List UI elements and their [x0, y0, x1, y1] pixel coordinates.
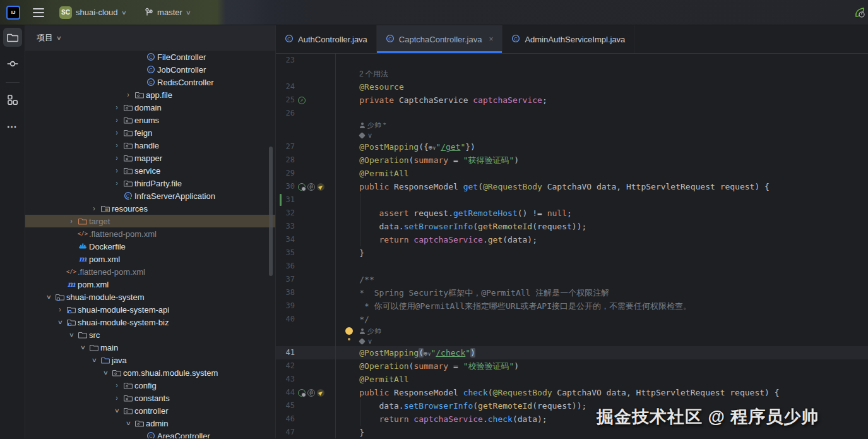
- code-line-text[interactable]: [335, 107, 868, 120]
- openapi-annotation-icon[interactable]: @: [307, 389, 315, 397]
- tree-item-app-file[interactable]: ›app.file: [25, 88, 275, 101]
- tree-item-service[interactable]: ›service: [25, 164, 275, 177]
- vcs-branch-widget[interactable]: master ∨: [141, 5, 194, 20]
- toolstrip-structure-icon[interactable]: [3, 90, 22, 109]
- code-line-44[interactable]: 44@public ResponseModel check(@RequestBo…: [276, 386, 868, 399]
- code-line-text[interactable]: assert request.getRemoteHost() != null;: [335, 207, 868, 220]
- tab-authcontroller-java[interactable]: CAuthController.java: [276, 25, 377, 53]
- code-line-30[interactable]: 30@public ResponseModel get(@RequestBody…: [276, 180, 868, 193]
- editor-gutter[interactable]: 32: [276, 207, 335, 220]
- code-line-40[interactable]: 40*/: [276, 313, 868, 326]
- code-editor[interactable]: 232 个用法24@Resource25↗private CaptchaServ…: [276, 54, 868, 438]
- spring-boot-run-icon[interactable]: [853, 6, 865, 19]
- chevron-right-icon[interactable]: ›: [54, 306, 66, 313]
- chevron-down-icon[interactable]: ∨: [111, 407, 122, 414]
- tree-item-dockerfile[interactable]: Dockerfile: [25, 240, 275, 253]
- code-line-24[interactable]: 24@Resource: [276, 80, 868, 93]
- chevron-right-icon[interactable]: ›: [111, 167, 122, 174]
- tree-item-mapper[interactable]: ›mapper: [25, 152, 275, 164]
- chevron-right-icon[interactable]: ›: [111, 142, 122, 148]
- chevron-right-icon[interactable]: ›: [111, 382, 122, 388]
- tree-item--flattened-pom-xml[interactable]: </>.flattened-pom.xml: [25, 227, 275, 240]
- code-line-31[interactable]: 31: [276, 193, 868, 207]
- chevron-right-icon[interactable]: ›: [111, 395, 122, 401]
- code-line-37[interactable]: 37/**: [276, 273, 868, 286]
- code-line-text[interactable]: [335, 193, 868, 207]
- actions-inlay-hint[interactable]: ∨: [340, 336, 372, 346]
- code-line-text[interactable]: @PermitAll: [335, 167, 868, 180]
- editor-gutter[interactable]: 27: [276, 140, 335, 153]
- editor-gutter[interactable]: 29: [276, 167, 335, 180]
- chevron-right-icon[interactable]: ›: [111, 117, 122, 123]
- actions-inlay-hint[interactable]: ∨: [340, 130, 372, 140]
- editor-gutter[interactable]: 36: [276, 260, 335, 273]
- code-line-text[interactable]: @PostMapping({⊕∨"/get"}): [335, 140, 868, 153]
- code-line-text[interactable]: @Operation(summary = "获得验证码"): [335, 153, 868, 167]
- code-line-29[interactable]: 29@PermitAll: [276, 167, 868, 180]
- code-line-text[interactable]: private CaptchaService captchaService;: [335, 93, 868, 107]
- code-line-39[interactable]: 39 * 你可以使用@PermitAll来指定哪些URL或者API接口是公开的，…: [276, 299, 868, 313]
- code-line-text[interactable]: @PermitAll: [335, 373, 868, 386]
- code-line-26[interactable]: 26: [276, 107, 868, 120]
- api-endpoint-icon[interactable]: [298, 183, 306, 191]
- tree-item-filecontroller[interactable]: CFileController: [25, 51, 275, 63]
- code-line-text[interactable]: public ResponseModel check(@RequestBody …: [335, 386, 868, 399]
- toolstrip-project-icon[interactable]: [3, 28, 22, 47]
- code-line-text[interactable]: @PostMapping(⊕∨"/check"): [335, 346, 868, 359]
- tree-item-constants[interactable]: ›constants: [25, 392, 275, 404]
- chevron-right-icon[interactable]: ›: [111, 129, 122, 136]
- chevron-down-icon[interactable]: ∨: [100, 370, 111, 376]
- code-line-41[interactable]: 41@PostMapping(⊕∨"/check"): [276, 346, 868, 359]
- project-widget[interactable]: SC shuai-cloud ∨: [56, 4, 129, 21]
- tree-item-shuai-module-system-biz[interactable]: ∨shuai-module-system-biz: [25, 316, 275, 328]
- code-line-text[interactable]: * 你可以使用@PermitAll来指定哪些URL或者API接口是公开的，不需要…: [335, 299, 868, 313]
- code-line-text[interactable]: [335, 54, 868, 67]
- code-line-42[interactable]: 42@Operation(summary = "校验验证码"): [276, 359, 868, 373]
- tree-item-main[interactable]: ∨main: [25, 341, 275, 354]
- code-line-text[interactable]: data.setBrowserInfo(getRemoteId(request)…: [335, 220, 868, 233]
- tree-item-resources[interactable]: ›resources: [25, 202, 275, 215]
- code-line-text[interactable]: */: [335, 313, 868, 326]
- editor-gutter[interactable]: 30@: [276, 180, 335, 193]
- toolstrip-more-icon[interactable]: ⋯: [3, 117, 22, 136]
- chevron-down-icon[interactable]: ∨: [122, 420, 134, 426]
- tree-scrollbar[interactable]: [269, 147, 273, 276]
- code-line-25[interactable]: 25↗private CaptchaService captchaService…: [276, 93, 868, 107]
- api-endpoint-icon[interactable]: [298, 389, 306, 397]
- apifox-icon[interactable]: [317, 183, 324, 191]
- openapi-annotation-icon[interactable]: @: [307, 183, 315, 191]
- code-line-33[interactable]: 33data.setBrowserInfo(getRemoteId(reques…: [276, 220, 868, 233]
- code-line-27[interactable]: 27@PostMapping({⊕∨"/get"}): [276, 140, 868, 153]
- code-line-text[interactable]: public ResponseModel get(@RequestBody Ca…: [335, 180, 868, 193]
- editor-gutter[interactable]: 28: [276, 153, 335, 167]
- tree-item-com-shuai-module-system[interactable]: ∨com.shuai.module.system: [25, 366, 275, 379]
- code-line-text[interactable]: }: [335, 246, 868, 260]
- code-line-text[interactable]: @Resource: [335, 80, 868, 93]
- editor-gutter[interactable]: 37: [276, 273, 335, 286]
- globe-icon[interactable]: ⊕∨: [424, 349, 431, 358]
- tree-item-enums[interactable]: ›enums: [25, 114, 275, 126]
- code-line-34[interactable]: 34return captchaService.get(data);: [276, 233, 868, 246]
- tree-item-java[interactable]: ∨java: [25, 354, 275, 366]
- editor-gutter[interactable]: 25↗: [276, 93, 335, 107]
- tree-item-rediscontroller[interactable]: CRedisController: [25, 76, 275, 88]
- tree-item-target[interactable]: ›target: [25, 215, 275, 227]
- editor-gutter[interactable]: 26: [276, 107, 335, 120]
- globe-icon[interactable]: ⊕∨: [429, 143, 436, 152]
- code-line-text[interactable]: @Operation(summary = "校验验证码"): [335, 359, 868, 373]
- apifox-icon[interactable]: [317, 389, 324, 397]
- tree-item-thirdparty-file[interactable]: ›thirdParty.file: [25, 177, 275, 189]
- tree-item-pom-xml[interactable]: mpom.xml: [25, 278, 275, 291]
- close-icon[interactable]: ×: [489, 35, 493, 44]
- project-panel-header[interactable]: 项目 ∨: [25, 25, 275, 51]
- editor-gutter[interactable]: 34: [276, 233, 335, 246]
- chevron-right-icon[interactable]: ›: [111, 155, 122, 161]
- editor-gutter[interactable]: 42: [276, 359, 335, 373]
- tree-item--flattened-pom-xml[interactable]: </>.flattened-pom.xml: [25, 265, 275, 278]
- tab-adminauthserviceimpl-java[interactable]: CAdminAuthServiceImpl.java: [502, 25, 634, 53]
- tree-item-config[interactable]: ›config: [25, 379, 275, 392]
- tree-item-infraserverapplication[interactable]: CInfraServerApplication: [25, 189, 275, 202]
- chevron-right-icon[interactable]: ›: [122, 92, 134, 98]
- chevron-down-icon[interactable]: ∨: [77, 344, 88, 351]
- chevron-down-icon[interactable]: ∨: [43, 294, 54, 300]
